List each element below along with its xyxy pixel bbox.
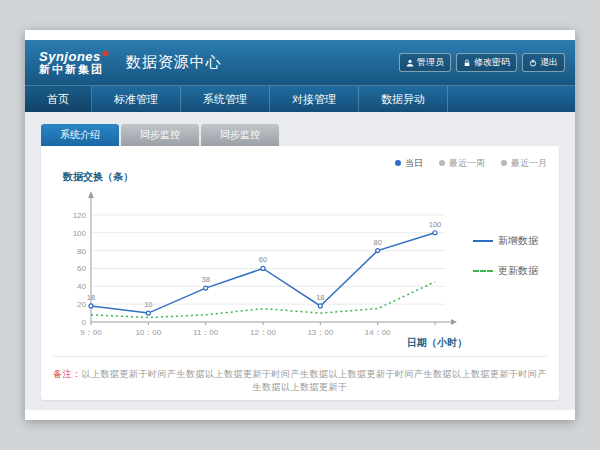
tab-system-intro[interactable]: 系统介绍 [41,124,119,146]
nav-item-standard-management[interactable]: 标准管理 [92,86,181,112]
page-bottom-margin [25,410,575,420]
svg-text:0: 0 [82,318,87,327]
nav-item-home[interactable]: 首页 [25,86,92,112]
legend-new-data: 新增数据 [473,234,539,248]
dot-icon [501,160,507,166]
nav-item-system-management[interactable]: 系统管理 [181,86,270,112]
svg-text:10：00: 10：00 [135,328,161,337]
legend-new-data-label: 新增数据 [498,234,538,248]
admin-button[interactable]: 管理员 [399,53,451,72]
filter-last-week[interactable]: 最近一周 [439,157,485,170]
svg-text:120: 120 [73,211,87,220]
dot-icon [439,160,445,166]
logout-button[interactable]: 退出 [522,53,565,72]
y-axis-label: 数据交换（条） [63,170,547,184]
svg-text:100: 100 [73,229,87,238]
svg-text:9：00: 9：00 [80,328,102,337]
svg-text:14：00: 14：00 [365,328,391,337]
svg-text:80: 80 [373,238,381,247]
content-area: 系统介绍 同步监控 同步监控 当日 最近一周 最近一月 [25,112,575,410]
lock-icon [463,59,471,67]
remark: 备注：以上数据更新于时间产生数据以上数据更新于时间产生数据以上数据更新于时间产生… [53,356,547,394]
svg-text:18: 18 [316,293,324,302]
logout-label: 退出 [540,56,558,69]
filter-last-week-label: 最近一周 [449,157,485,170]
header-actions: 管理员 修改密码 退出 [399,53,565,72]
filter-today[interactable]: 当日 [395,157,423,170]
power-icon [529,59,537,67]
svg-text:80: 80 [77,247,86,256]
tab-sync-monitor-1[interactable]: 同步监控 [121,124,199,146]
svg-text:100: 100 [429,220,442,229]
main-nav: 首页 标准管理 系统管理 对接管理 数据异动 [25,85,575,112]
nav-item-data-change[interactable]: 数据异动 [359,86,448,112]
line-chart: 0204060801001209：0010：0011：0012：0013：001… [53,186,473,354]
range-filter-group: 当日 最近一周 最近一月 [53,156,547,170]
chart-row: 0204060801001209：0010：0011：0012：0013：001… [53,186,547,354]
dot-icon [395,160,401,166]
logo-company: 新中新集团 [39,64,108,76]
change-password-label: 修改密码 [474,56,510,69]
x-axis-label: 日期（小时） [407,337,467,348]
filter-today-label: 当日 [405,157,423,170]
svg-text:38: 38 [201,275,209,284]
nav-item-integration-management[interactable]: 对接管理 [270,86,359,112]
page-top-margin [25,30,575,40]
change-password-button[interactable]: 修改密码 [456,53,517,72]
svg-text:18: 18 [87,293,95,302]
page-title: 数据资源中心 [126,53,222,72]
svg-text:40: 40 [77,282,86,291]
series-legend: 新增数据 更新数据 [473,186,539,354]
svg-text:60: 60 [77,264,86,273]
tab-sync-monitor-2[interactable]: 同步监控 [201,124,279,146]
svg-text:11：00: 11：00 [193,328,219,337]
brand-logo: Synjones 新中新集团 [39,50,108,75]
user-icon [406,59,414,67]
desktop-background: Synjones 新中新集团 数据资源中心 管理员 修改密码 退出 [0,0,600,450]
logo-diamond-icon [102,50,109,57]
remark-label: 备注： [53,369,82,379]
svg-text:10: 10 [144,300,152,309]
app-window: Synjones 新中新集团 数据资源中心 管理员 修改密码 退出 [25,30,575,420]
logo-text: Synjones [39,50,101,64]
chart-panel: 当日 最近一周 最近一月 数据交换（条） 0204060801001209：00… [41,146,559,400]
solid-line-icon [473,240,493,242]
remark-text: 以上数据更新于时间产生数据以上数据更新于时间产生数据以上数据更新于时间产生数据以… [82,369,548,392]
filter-last-month[interactable]: 最近一月 [501,157,547,170]
dashed-line-icon [473,270,493,272]
legend-updated-data: 更新数据 [473,264,539,278]
svg-text:13：00: 13：00 [307,328,333,337]
svg-text:20: 20 [77,300,86,309]
admin-label: 管理员 [417,56,444,69]
filter-last-month-label: 最近一月 [511,157,547,170]
legend-updated-data-label: 更新数据 [498,264,538,278]
svg-text:60: 60 [259,255,267,264]
svg-text:12：00: 12：00 [250,328,276,337]
app-header: Synjones 新中新集团 数据资源中心 管理员 修改密码 退出 [25,40,575,85]
tab-bar: 系统介绍 同步监控 同步监控 [41,124,559,146]
